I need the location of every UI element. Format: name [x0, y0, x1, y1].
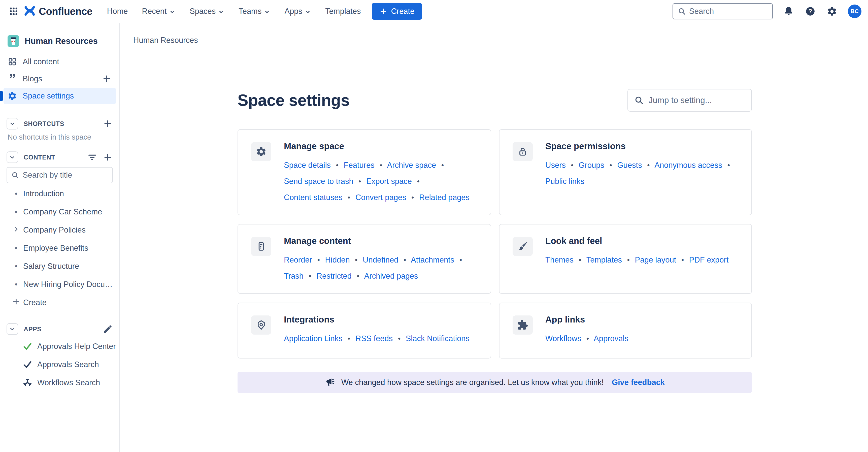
setting-link-rss-feeds[interactable]: RSS feeds	[355, 334, 393, 343]
chevron-down-icon	[264, 8, 270, 14]
setting-link-users[interactable]: Users	[545, 161, 566, 170]
separator-dot: •	[345, 335, 353, 343]
setting-link-hidden[interactable]: Hidden	[325, 255, 350, 264]
sidebar-item-label: Blogs	[23, 74, 42, 83]
add-shortcut-icon[interactable]	[103, 119, 113, 129]
separator-dot: •	[408, 193, 417, 202]
separator-dot: •	[414, 177, 423, 185]
setting-link-undefined[interactable]: Undefined	[363, 255, 398, 264]
setting-link-pdf-export[interactable]: PDF export	[689, 255, 729, 264]
global-search-input[interactable]	[689, 7, 768, 16]
jump-to-setting-input[interactable]	[649, 95, 745, 105]
setting-link-restricted[interactable]: Restricted	[317, 272, 352, 280]
nav-item-home[interactable]: Home	[107, 7, 128, 16]
setting-link-approvals[interactable]: Approvals	[594, 334, 628, 343]
chevron-right-icon[interactable]	[11, 225, 21, 235]
settings-cards: Manage spaceSpace details • Features • A…	[238, 129, 752, 359]
page-title-label: New Hiring Policy Docum...	[23, 280, 115, 289]
main-content: Human Resources Space settings Manage sp…	[120, 23, 868, 452]
nav-item-recent[interactable]: Recent	[142, 7, 176, 16]
add-content-icon[interactable]	[103, 152, 113, 162]
jump-to-setting-search[interactable]	[627, 89, 752, 112]
separator-dot: •	[345, 193, 353, 202]
user-avatar[interactable]: BC	[848, 4, 862, 18]
setting-link-convert-pages[interactable]: Convert pages	[355, 193, 406, 202]
separator-dot: •	[352, 256, 361, 264]
setting-link-themes[interactable]: Themes	[545, 255, 574, 264]
page-tree-item[interactable]: Company Policies	[0, 221, 119, 239]
content-search[interactable]	[6, 167, 113, 183]
setting-link-reorder[interactable]: Reorder	[284, 255, 312, 264]
setting-link-slack-notifications[interactable]: Slack Notifications	[406, 334, 469, 343]
page-tree-item[interactable]: •Salary Structure	[0, 257, 119, 275]
nav-item-apps[interactable]: Apps	[284, 7, 311, 16]
primary-nav: HomeRecentSpacesTeamsAppsTemplates	[107, 7, 361, 16]
setting-link-related-pages[interactable]: Related pages	[419, 193, 469, 202]
shortcuts-title: SHORTCUTS	[24, 120, 64, 127]
sidebar-item-all-content[interactable]: All content	[3, 53, 116, 70]
all-content-icon	[7, 57, 17, 66]
page-tree: •Introduction•Company Car SchemeCompany …	[0, 185, 119, 312]
setting-link-guests[interactable]: Guests	[617, 161, 642, 170]
app-switcher-icon[interactable]	[6, 4, 21, 19]
setting-link-public-links[interactable]: Public links	[545, 177, 584, 186]
feedback-banner: We changed how space settings are organi…	[238, 372, 752, 393]
setting-link-groups[interactable]: Groups	[579, 161, 604, 170]
setting-link-workflows[interactable]: Workflows	[545, 334, 581, 343]
sidebar-create-page[interactable]: Create	[0, 294, 119, 312]
plus-icon	[11, 297, 21, 308]
breadcrumb[interactable]: Human Resources	[133, 36, 198, 45]
page-tree-item[interactable]: •Employee Benefits	[0, 239, 119, 257]
separator-dot: •	[607, 161, 615, 169]
search-icon	[11, 171, 19, 179]
card-links: Application Links • RSS feeds • Slack No…	[284, 331, 475, 347]
chevron-down-icon	[218, 8, 224, 14]
app-item-workflows-search[interactable]: Workflows Search	[0, 374, 119, 392]
global-search[interactable]	[673, 3, 773, 20]
nav-item-label: Apps	[284, 7, 302, 16]
page-tree-item[interactable]: •Company Car Scheme	[0, 203, 119, 221]
page-tree-item[interactable]: •New Hiring Policy Docum...	[0, 275, 119, 294]
setting-link-space-details[interactable]: Space details	[284, 161, 331, 170]
setting-link-templates[interactable]: Templates	[586, 255, 622, 264]
setting-link-export-space[interactable]: Export space	[366, 177, 412, 186]
apps-collapse-icon[interactable]	[6, 323, 18, 335]
help-icon[interactable]: ?	[805, 5, 816, 17]
page-title-label: Employee Benefits	[23, 244, 88, 253]
setting-link-page-layout[interactable]: Page layout	[635, 255, 676, 264]
separator-dot: •	[354, 272, 363, 280]
settings-gear-icon[interactable]	[826, 5, 838, 17]
setting-link-features[interactable]: Features	[344, 161, 375, 170]
content-search-input[interactable]	[23, 171, 108, 180]
setting-link-send-space-to-trash[interactable]: Send space to trash	[284, 177, 353, 186]
setting-link-archived-pages[interactable]: Archived pages	[364, 272, 418, 280]
nav-item-teams[interactable]: Teams	[239, 7, 270, 16]
page-title-label: Company Car Scheme	[23, 207, 102, 216]
content-collapse-icon[interactable]	[6, 151, 18, 163]
create-button[interactable]: Create	[372, 3, 422, 20]
setting-link-trash[interactable]: Trash	[284, 272, 304, 280]
space-header[interactable]: Human Resources	[7, 35, 119, 47]
setting-link-attachments[interactable]: Attachments	[411, 255, 454, 264]
setting-link-archive-space[interactable]: Archive space	[387, 161, 436, 170]
card-links: Themes • Templates • Page layout • PDF e…	[545, 252, 736, 268]
add-blog-icon[interactable]	[102, 74, 112, 84]
give-feedback-link[interactable]: Give feedback	[612, 378, 665, 387]
filter-icon[interactable]	[87, 152, 97, 162]
app-item-approvals-help-center[interactable]: Approvals Help Center	[0, 337, 119, 356]
sidebar-item-space-settings[interactable]: Space settings	[3, 88, 116, 104]
setting-link-anonymous-access[interactable]: Anonymous access	[654, 161, 722, 170]
notifications-bell-icon[interactable]	[783, 5, 795, 17]
edit-apps-pencil-icon[interactable]	[103, 324, 113, 334]
setting-link-content-statuses[interactable]: Content statuses	[284, 193, 343, 202]
setting-link-application-links[interactable]: Application Links	[284, 334, 343, 343]
app-item-approvals-search[interactable]: Approvals Search	[0, 356, 119, 374]
confluence-logo[interactable]: Confluence	[23, 4, 92, 19]
sidebar-item-blogs[interactable]: ”Blogs	[3, 70, 116, 87]
create-label: Create	[23, 298, 46, 307]
nav-item-templates[interactable]: Templates	[325, 7, 361, 16]
nav-item-spaces[interactable]: Spaces	[190, 7, 224, 16]
check-navy-icon	[22, 359, 33, 370]
shortcuts-collapse-icon[interactable]	[6, 118, 18, 129]
page-tree-item[interactable]: •Introduction	[0, 185, 119, 203]
